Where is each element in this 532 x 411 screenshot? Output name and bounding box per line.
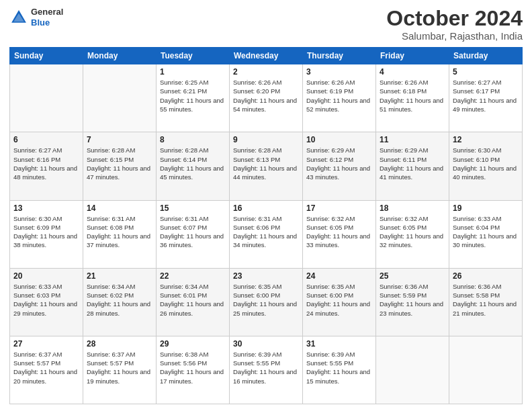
calendar-cell: 1Sunrise: 6:25 AM Sunset: 6:21 PM Daylig… bbox=[157, 64, 230, 132]
calendar-cell: 9Sunrise: 6:28 AM Sunset: 6:13 PM Daylig… bbox=[230, 132, 303, 200]
calendar-cell: 27Sunrise: 6:37 AM Sunset: 5:57 PM Dayli… bbox=[10, 336, 83, 404]
cell-day-number: 10 bbox=[306, 135, 372, 144]
cell-info: Sunrise: 6:31 AM Sunset: 6:07 PM Dayligh… bbox=[160, 214, 226, 250]
cell-day-number: 2 bbox=[233, 67, 299, 77]
cell-day-number: 8 bbox=[160, 135, 226, 144]
cell-info: Sunrise: 6:31 AM Sunset: 6:06 PM Dayligh… bbox=[233, 214, 299, 250]
cell-day-number: 4 bbox=[380, 67, 445, 77]
logo-general: General bbox=[31, 7, 63, 17]
calendar-cell: 28Sunrise: 6:37 AM Sunset: 5:57 PM Dayli… bbox=[83, 336, 157, 404]
cell-day-number: 29 bbox=[160, 339, 226, 349]
cell-day-number: 18 bbox=[380, 203, 445, 213]
calendar-week-row: 1Sunrise: 6:25 AM Sunset: 6:21 PM Daylig… bbox=[10, 64, 523, 132]
calendar-cell bbox=[83, 64, 157, 132]
calendar-cell: 6Sunrise: 6:27 AM Sunset: 6:16 PM Daylig… bbox=[10, 132, 83, 200]
cell-day-number: 22 bbox=[160, 271, 226, 281]
cell-day-number: 23 bbox=[233, 271, 299, 281]
calendar-cell: 4Sunrise: 6:26 AM Sunset: 6:18 PM Daylig… bbox=[376, 64, 449, 132]
calendar-cell: 11Sunrise: 6:29 AM Sunset: 6:11 PM Dayli… bbox=[376, 132, 449, 200]
calendar-cell: 7Sunrise: 6:28 AM Sunset: 6:15 PM Daylig… bbox=[83, 132, 157, 200]
cell-info: Sunrise: 6:29 AM Sunset: 6:12 PM Dayligh… bbox=[306, 146, 372, 181]
calendar-week-row: 20Sunrise: 6:33 AM Sunset: 6:03 PM Dayli… bbox=[10, 268, 523, 336]
cell-info: Sunrise: 6:32 AM Sunset: 6:05 PM Dayligh… bbox=[380, 214, 445, 250]
cell-info: Sunrise: 6:28 AM Sunset: 6:13 PM Dayligh… bbox=[233, 146, 299, 181]
calendar-cell: 17Sunrise: 6:32 AM Sunset: 6:05 PM Dayli… bbox=[303, 200, 376, 268]
calendar-cell: 2Sunrise: 6:26 AM Sunset: 6:20 PM Daylig… bbox=[230, 64, 303, 132]
cell-day-number: 9 bbox=[233, 135, 299, 144]
cell-info: Sunrise: 6:26 AM Sunset: 6:18 PM Dayligh… bbox=[380, 78, 445, 113]
logo-text: General Blue bbox=[31, 7, 63, 28]
cell-info: Sunrise: 6:37 AM Sunset: 5:57 PM Dayligh… bbox=[13, 350, 79, 385]
cell-day-number: 11 bbox=[380, 135, 445, 144]
col-header-sunday: Sunday bbox=[10, 48, 83, 64]
calendar-header-row: SundayMondayTuesdayWednesdayThursdayFrid… bbox=[10, 48, 523, 64]
calendar-cell: 21Sunrise: 6:34 AM Sunset: 6:02 PM Dayli… bbox=[83, 268, 157, 336]
calendar-cell bbox=[449, 336, 523, 404]
cell-day-number: 3 bbox=[306, 67, 372, 77]
cell-day-number: 17 bbox=[306, 203, 372, 213]
calendar-week-row: 6Sunrise: 6:27 AM Sunset: 6:16 PM Daylig… bbox=[10, 132, 523, 200]
calendar-cell: 12Sunrise: 6:30 AM Sunset: 6:10 PM Dayli… bbox=[449, 132, 523, 200]
cell-info: Sunrise: 6:33 AM Sunset: 6:03 PM Dayligh… bbox=[13, 282, 79, 318]
cell-day-number: 15 bbox=[160, 203, 226, 213]
cell-info: Sunrise: 6:39 AM Sunset: 5:55 PM Dayligh… bbox=[306, 350, 372, 385]
cell-day-number: 5 bbox=[453, 67, 519, 77]
cell-day-number: 27 bbox=[13, 339, 79, 349]
cell-day-number: 26 bbox=[453, 271, 519, 281]
cell-day-number: 7 bbox=[87, 135, 152, 144]
cell-day-number: 1 bbox=[160, 67, 226, 77]
calendar-cell: 15Sunrise: 6:31 AM Sunset: 6:07 PM Dayli… bbox=[157, 200, 230, 268]
calendar-cell: 10Sunrise: 6:29 AM Sunset: 6:12 PM Dayli… bbox=[303, 132, 376, 200]
cell-info: Sunrise: 6:27 AM Sunset: 6:17 PM Dayligh… bbox=[453, 78, 519, 113]
calendar-cell: 3Sunrise: 6:26 AM Sunset: 6:19 PM Daylig… bbox=[303, 64, 376, 132]
col-header-thursday: Thursday bbox=[303, 48, 376, 64]
calendar-cell: 20Sunrise: 6:33 AM Sunset: 6:03 PM Dayli… bbox=[10, 268, 83, 336]
cell-info: Sunrise: 6:36 AM Sunset: 5:58 PM Dayligh… bbox=[453, 282, 519, 318]
calendar-cell: 14Sunrise: 6:31 AM Sunset: 6:08 PM Dayli… bbox=[83, 200, 157, 268]
calendar-cell: 30Sunrise: 6:39 AM Sunset: 5:55 PM Dayli… bbox=[230, 336, 303, 404]
calendar-cell: 23Sunrise: 6:35 AM Sunset: 6:00 PM Dayli… bbox=[230, 268, 303, 336]
cell-day-number: 25 bbox=[380, 271, 445, 281]
calendar-cell: 16Sunrise: 6:31 AM Sunset: 6:06 PM Dayli… bbox=[230, 200, 303, 268]
cell-info: Sunrise: 6:39 AM Sunset: 5:55 PM Dayligh… bbox=[233, 350, 299, 385]
calendar-cell: 29Sunrise: 6:38 AM Sunset: 5:56 PM Dayli… bbox=[157, 336, 230, 404]
cell-day-number: 16 bbox=[233, 203, 299, 213]
page: General Blue October 2024 Salumbar, Raja… bbox=[0, 0, 532, 411]
cell-info: Sunrise: 6:30 AM Sunset: 6:10 PM Dayligh… bbox=[453, 146, 519, 181]
calendar-cell: 13Sunrise: 6:30 AM Sunset: 6:09 PM Dayli… bbox=[10, 200, 83, 268]
calendar-cell: 18Sunrise: 6:32 AM Sunset: 6:05 PM Dayli… bbox=[376, 200, 449, 268]
calendar-cell bbox=[10, 64, 83, 132]
cell-info: Sunrise: 6:34 AM Sunset: 6:02 PM Dayligh… bbox=[87, 282, 152, 318]
col-header-tuesday: Tuesday bbox=[157, 48, 230, 64]
calendar-cell bbox=[376, 336, 449, 404]
cell-info: Sunrise: 6:29 AM Sunset: 6:11 PM Dayligh… bbox=[380, 146, 445, 181]
cell-info: Sunrise: 6:38 AM Sunset: 5:56 PM Dayligh… bbox=[160, 350, 226, 385]
col-header-monday: Monday bbox=[83, 48, 157, 64]
cell-info: Sunrise: 6:25 AM Sunset: 6:21 PM Dayligh… bbox=[160, 78, 226, 113]
cell-day-number: 14 bbox=[87, 203, 152, 213]
cell-day-number: 28 bbox=[87, 339, 152, 349]
col-header-wednesday: Wednesday bbox=[230, 48, 303, 64]
cell-day-number: 21 bbox=[87, 271, 152, 281]
title-location: Salumbar, Rajasthan, India bbox=[386, 30, 523, 42]
logo-icon bbox=[9, 8, 28, 27]
calendar-week-row: 13Sunrise: 6:30 AM Sunset: 6:09 PM Dayli… bbox=[10, 200, 523, 268]
cell-day-number: 20 bbox=[13, 271, 79, 281]
cell-day-number: 12 bbox=[453, 135, 519, 144]
cell-day-number: 31 bbox=[306, 339, 372, 349]
calendar-cell: 26Sunrise: 6:36 AM Sunset: 5:58 PM Dayli… bbox=[449, 268, 523, 336]
calendar-cell: 25Sunrise: 6:36 AM Sunset: 5:59 PM Dayli… bbox=[376, 268, 449, 336]
cell-day-number: 30 bbox=[233, 339, 299, 349]
cell-info: Sunrise: 6:35 AM Sunset: 6:00 PM Dayligh… bbox=[233, 282, 299, 318]
col-header-saturday: Saturday bbox=[449, 48, 523, 64]
cell-info: Sunrise: 6:28 AM Sunset: 6:14 PM Dayligh… bbox=[160, 146, 226, 181]
cell-info: Sunrise: 6:37 AM Sunset: 5:57 PM Dayligh… bbox=[87, 350, 152, 385]
cell-day-number: 13 bbox=[13, 203, 79, 213]
calendar-cell: 19Sunrise: 6:33 AM Sunset: 6:04 PM Dayli… bbox=[449, 200, 523, 268]
col-header-friday: Friday bbox=[376, 48, 449, 64]
logo-blue: Blue bbox=[31, 17, 63, 28]
calendar-cell: 8Sunrise: 6:28 AM Sunset: 6:14 PM Daylig… bbox=[157, 132, 230, 200]
cell-info: Sunrise: 6:36 AM Sunset: 5:59 PM Dayligh… bbox=[380, 282, 445, 318]
cell-info: Sunrise: 6:26 AM Sunset: 6:20 PM Dayligh… bbox=[233, 78, 299, 113]
title-month: October 2024 bbox=[386, 7, 523, 30]
